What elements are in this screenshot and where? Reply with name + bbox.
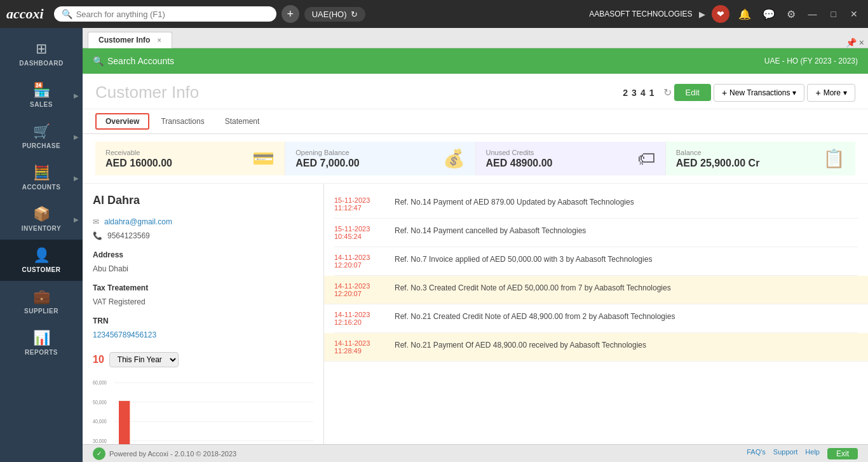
search-box[interactable]: 🔍 [54, 6, 276, 22]
sidebar-label-dashboard: DASHBOARD [19, 60, 64, 67]
sidebar-label-customer: CUSTOMER [22, 266, 60, 273]
balance-label: Balance [676, 149, 817, 156]
sidebar-label-inventory: INVENTORY [22, 225, 61, 232]
company-name: AABASOFT TECHNOLOGIES [589, 10, 692, 18]
sidebar-item-supplier[interactable]: 💼 SUPPLIER [0, 281, 83, 322]
purchase-icon: 🛒 [33, 123, 50, 140]
accounts-arrow-icon: ▶ [74, 174, 79, 181]
sidebar-item-sales[interactable]: 🏪 SALES ▶ [0, 74, 83, 116]
search-icon: 🔍 [62, 9, 72, 19]
activity-time: 15-11-202310:45:24 [334, 225, 388, 240]
region-info: UAE - HO (FY 2023 - 2023) [764, 57, 858, 65]
activity-item: 14-11-202311:28:49 Ref. No.21 Payment Of… [324, 333, 868, 362]
edit-button[interactable]: Edit [674, 84, 711, 101]
pin-button[interactable]: 📌 [846, 37, 857, 48]
settings-icon[interactable]: ⚙ [784, 6, 798, 23]
close-tab-button[interactable]: × [859, 37, 864, 48]
badge-2: 2 [623, 88, 628, 98]
stats-row: Receivable AED 16000.00 💳 Opening Balanc… [83, 134, 868, 184]
page-title: Customer Info [95, 83, 623, 102]
sales-chart: 60,000 50,000 40,000 30,000 20,000 10,00… [93, 374, 313, 444]
sidebar-label-supplier: SUPPLIER [24, 308, 58, 315]
avatar[interactable]: ❤ [712, 5, 729, 23]
help-link[interactable]: Help [805, 448, 820, 459]
sidebar-item-purchase[interactable]: 🛒 PURCHASE ▶ [0, 116, 83, 157]
activity-item: 14-11-202312:20:07 Ref. No.3 Created Cre… [324, 276, 868, 304]
opening-label: Opening Balance [295, 149, 436, 156]
left-panel: Al Dahra ✉ aldahra@gmail.com 📞 956412356… [83, 184, 324, 444]
arrow-icon: ▶ [699, 10, 705, 19]
receivable-icon: 💳 [252, 148, 275, 169]
customer-phone-row: 📞 9564123569 [93, 231, 313, 240]
activity-desc: Ref. No.14 Payment of AED 879.00 Updated… [395, 196, 634, 212]
add-button[interactable]: + [281, 5, 299, 23]
search-accounts-label: Search Accounts [107, 56, 174, 66]
notifications-icon[interactable]: 🔔 [736, 6, 754, 23]
activity-desc: Ref. No.7 Invoice applied of AED 50,000.… [395, 254, 652, 269]
fin-year-select[interactable]: This Fin Year [109, 352, 179, 367]
svg-text:50,000: 50,000 [93, 399, 107, 405]
activity-time: 14-11-202312:20:07 [334, 282, 388, 297]
more-button[interactable]: + More ▾ [807, 84, 855, 102]
tab-customer-info[interactable]: Customer Info × [88, 32, 172, 48]
sidebar-item-accounts[interactable]: 🧮 ACCOUNTS ▶ [0, 157, 83, 198]
activity-desc: Ref. No.3 Created Credit Note of AED 50,… [395, 282, 671, 297]
activity-desc: Ref. No.21 Payment Of AED 48,900.00 rece… [395, 339, 646, 355]
sub-nav-overview[interactable]: Overview [95, 113, 149, 130]
svg-text:40,000: 40,000 [93, 418, 107, 425]
footer-right: FAQ's Support Help Exit [747, 448, 858, 459]
support-link[interactable]: Support [773, 448, 798, 459]
customer-email[interactable]: aldahra@gmail.com [104, 217, 172, 226]
activity-item: 15-11-202311:12:47 Ref. No.14 Payment of… [334, 190, 858, 219]
phone-icon: 📞 [93, 231, 102, 240]
maximize-button[interactable]: □ [827, 8, 840, 20]
new-transactions-button[interactable]: + New Transactions ▾ [714, 84, 805, 102]
faqs-link[interactable]: FAQ's [747, 448, 766, 459]
activity-time: 14-11-202312:16:20 [334, 311, 388, 326]
tab-label: Customer Info [98, 36, 150, 44]
footer: ✓ Powered by Accoxi - 2.0.10 © 2018-2023… [83, 444, 868, 462]
customer-phone: 9564123569 [107, 231, 150, 240]
more-label: More [824, 88, 841, 97]
minimize-button[interactable]: — [804, 8, 821, 20]
email-icon: ✉ [93, 217, 99, 226]
messages-icon[interactable]: 💬 [760, 6, 778, 23]
content-area: Customer Info × 📌 × 🔍 Search Accounts UA… [83, 28, 868, 462]
unused-value: AED 48900.00 [486, 158, 631, 169]
activity-desc: Ref. No.14 Payment cancelled by Aabasoft… [395, 225, 586, 240]
page-actions: 2 3 4 1 ↻ Edit + New Transactions ▾ + Mo… [623, 84, 855, 102]
sidebar-item-inventory[interactable]: 📦 INVENTORY ▶ [0, 198, 83, 240]
activity-item: 14-11-202312:16:20 Ref. No.21 Created Cr… [334, 304, 858, 333]
exit-button[interactable]: Exit [827, 448, 858, 459]
opening-info: Opening Balance AED 7,000.00 [295, 149, 436, 169]
dashboard-icon: ⊞ [36, 41, 47, 57]
sub-nav-statement[interactable]: Statement [216, 114, 269, 128]
opening-value: AED 7,000.00 [295, 158, 436, 169]
activity-desc: Ref. No.21 Created Credit Note of AED 48… [395, 311, 675, 326]
top-right-actions: AABASOFT TECHNOLOGIES ▶ ❤ 🔔 💬 ⚙ — □ ✕ [589, 5, 862, 23]
balance-info: Balance AED 25,900.00 Cr [676, 149, 817, 169]
unused-info: Unused Credits AED 48900.00 [486, 149, 631, 169]
tab-bar: Customer Info × 📌 × [83, 28, 868, 48]
search-input[interactable] [76, 10, 254, 19]
plus-icon: + [722, 88, 727, 98]
sidebar-item-reports[interactable]: 📊 REPORTS [0, 322, 83, 363]
sidebar-item-dashboard[interactable]: ⊞ DASHBOARD [0, 33, 83, 74]
search-accounts-button[interactable]: 🔍 Search Accounts [93, 56, 174, 66]
company-label: UAE(HO) [312, 10, 347, 19]
sidebar-label-reports: REPORTS [25, 349, 58, 356]
sub-nav-transactions[interactable]: Transactions [152, 114, 213, 128]
reports-icon: 📊 [33, 330, 50, 346]
sidebar-item-customer[interactable]: 👤 CUSTOMER [0, 240, 83, 281]
inventory-arrow-icon: ▶ [74, 215, 79, 222]
close-window-button[interactable]: ✕ [846, 8, 862, 20]
powered-text: Powered by Accoxi - 2.0.10 © 2018-2023 [109, 450, 236, 458]
activity-time: 14-11-202311:28:49 [334, 339, 388, 355]
chart-filter: 10 This Fin Year [93, 352, 313, 367]
sales-arrow-icon: ▶ [74, 92, 79, 99]
tax-value: VAT Registered [93, 297, 313, 306]
refresh-icon[interactable]: ↻ [663, 86, 672, 99]
two-col-layout: Al Dahra ✉ aldahra@gmail.com 📞 956412356… [83, 184, 868, 444]
company-selector[interactable]: UAE(HO) ↻ [304, 7, 365, 22]
tab-close-icon[interactable]: × [158, 37, 161, 44]
